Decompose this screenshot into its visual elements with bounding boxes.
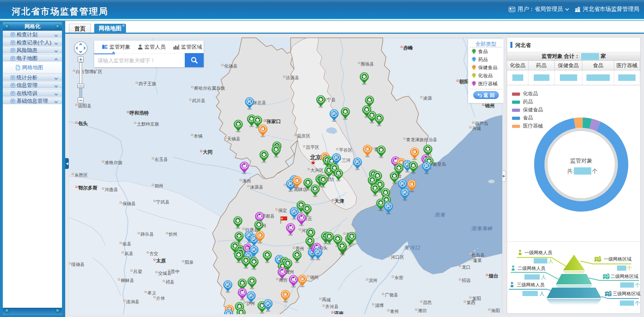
svg-text:人: 人 [548,258,553,264]
svg-text:东营: 东营 [394,275,403,280]
svg-text:食: 食 [236,253,241,257]
svg-text:食: 食 [237,304,242,309]
svg-text:食: 食 [265,253,270,257]
svg-text:个: 个 [635,301,640,306]
svg-text:古交: 古交 [149,251,158,256]
svg-text:保: 保 [365,147,369,151]
svg-text:个: 个 [592,168,598,174]
svg-text:保: 保 [283,292,287,296]
svg-text:宁武县: 宁武县 [156,200,169,204]
svg-text:药: 药 [247,99,252,104]
svg-text:柳林县: 柳林县 [121,278,134,283]
svg-text:食: 食 [373,186,378,190]
svg-text:忻州: 忻州 [168,232,178,237]
svg-text:食: 食 [340,244,345,248]
svg-text:食: 食 [239,310,244,314]
svg-text:药: 药 [225,282,230,287]
svg-text:食: 食 [343,109,348,114]
svg-text:械: 械 [299,216,304,220]
svg-text:食: 食 [237,234,242,238]
svg-text:张北县: 张北县 [253,100,266,105]
svg-text:食: 食 [308,230,313,235]
svg-text:械: 械 [288,225,293,230]
svg-text:保: 保 [260,127,265,131]
svg-text:朔州: 朔州 [155,183,163,188]
svg-text:清涧县: 清涧县 [126,299,139,304]
svg-text:岚县: 岚县 [124,251,133,256]
svg-text:食: 食 [392,174,397,178]
svg-text:食: 食 [235,218,240,223]
svg-text:食: 食 [299,203,303,207]
svg-text:食: 食 [252,259,256,264]
svg-text:药: 药 [424,164,429,168]
svg-text:孝义: 孝义 [147,290,156,295]
svg-text:朝阳: 朝阳 [459,79,469,84]
svg-text:食: 食 [274,147,279,152]
svg-text:一级网格区域: 一级网格区域 [604,257,632,261]
svg-text:保定: 保定 [278,208,287,213]
svg-text:人: 人 [539,291,545,296]
svg-text:一级网格人员: 一级网格人员 [524,250,553,255]
svg-text:祁县: 祁县 [165,280,174,284]
svg-text:济南: 济南 [334,311,344,315]
svg-text:药: 药 [292,209,296,214]
svg-text:烟台: 烟台 [488,273,498,279]
svg-text:药: 药 [386,204,390,208]
svg-text:食: 食 [411,163,416,168]
svg-text:食: 食 [256,222,261,227]
svg-text:河曲县: 河曲县 [105,187,118,192]
svg-text:黄河口: 黄河口 [404,245,421,251]
svg-text:昌平区: 昌平区 [306,145,319,150]
svg-text:保: 保 [412,150,417,154]
svg-text:葫芦岛: 葫芦岛 [475,121,488,126]
svg-text:食: 食 [367,98,372,102]
svg-text:长岛县: 长岛县 [471,253,485,257]
svg-text:食: 食 [240,281,245,285]
svg-text:大兴区: 大兴区 [310,168,324,173]
svg-text:潍坊: 潍坊 [418,308,427,313]
svg-text:药: 药 [334,155,339,160]
svg-text:药: 药 [400,181,405,186]
svg-text:食: 食 [378,201,383,205]
svg-text:丰镇: 丰镇 [194,134,202,138]
svg-text:介休: 介休 [156,296,165,301]
svg-text:食: 食 [244,258,248,263]
svg-text:械: 械 [291,277,296,282]
svg-text:食: 食 [236,122,241,126]
svg-text:晋中: 晋中 [171,269,180,274]
svg-text:食: 食 [318,97,323,102]
svg-text:食: 食 [349,234,354,239]
svg-text:四子王旗: 四子王旗 [138,81,156,86]
svg-text:东胜区: 东胜区 [74,173,88,177]
svg-text:保: 保 [258,233,262,237]
svg-text:交城县: 交城县 [158,271,171,276]
svg-text:大同: 大同 [203,149,213,155]
svg-text:呼和浩特: 呼和浩特 [130,110,149,116]
svg-text:滨州: 滨州 [369,278,378,283]
svg-text:招远: 招远 [462,278,471,283]
svg-text:药: 药 [249,293,253,298]
svg-text:准格尔旗: 准格尔旗 [105,160,122,165]
svg-text:药: 药 [405,162,409,167]
svg-text:保: 保 [300,277,304,281]
svg-text:龙口: 龙口 [462,265,471,270]
svg-text:涞源县: 涞源县 [250,185,263,189]
svg-text:食: 食 [396,166,401,170]
svg-text:食: 食 [375,173,380,178]
svg-text:二级网格区域: 二级网格区域 [611,274,639,279]
svg-text:右玉县: 右玉县 [155,157,168,162]
svg-text:张家口: 张家口 [266,119,281,124]
svg-text:三级网格区域: 三级网格区域 [613,291,641,296]
svg-text:青州: 青州 [390,309,399,314]
svg-text:个: 个 [635,282,640,288]
svg-text:北京: 北京 [310,154,321,161]
svg-text:食: 食 [321,177,326,182]
svg-text:鄂尔多斯: 鄂尔多斯 [78,185,97,191]
svg-text:药: 药 [332,111,336,116]
svg-text:阳泉: 阳泉 [185,260,194,265]
svg-text:临县: 临县 [122,241,131,246]
svg-text:德州: 德州 [310,275,319,280]
svg-text:平谷区: 平谷区 [339,148,352,152]
svg-text:食: 食 [370,178,375,182]
svg-text:围场县: 围场县 [361,62,374,66]
